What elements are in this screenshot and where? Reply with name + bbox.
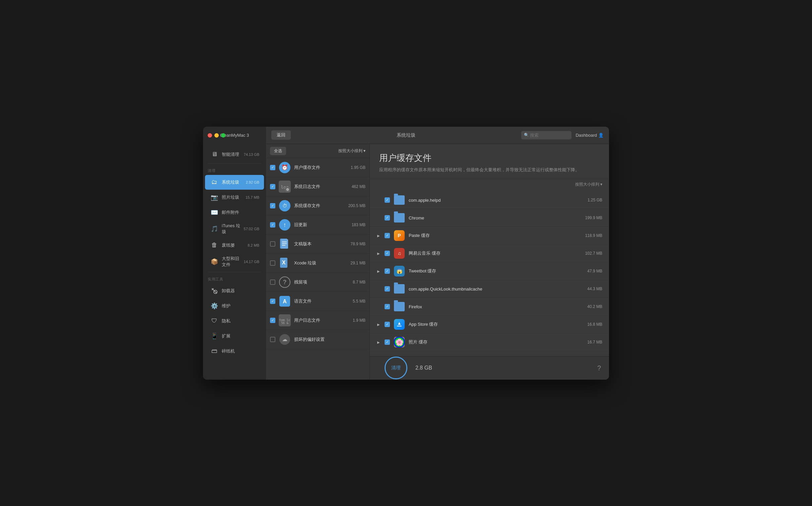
back-button[interactable]: 返回 (271, 130, 291, 140)
sidebar-label: 系统垃圾 (222, 179, 245, 185)
detail-item-helpd[interactable]: ▶ com.apple.helpd 1.25 GB (370, 191, 609, 209)
checkbox-netease[interactable] (385, 251, 390, 256)
checkbox-old-updates[interactable] (270, 222, 275, 228)
sidebar-label: 智能清理 (222, 151, 243, 157)
checkbox-system-log[interactable] (270, 184, 275, 189)
file-icon-old-updates: ↑ (279, 219, 291, 231)
file-icon-system-log: log ⚙ (279, 181, 291, 193)
sidebar-item-extensions[interactable]: 📱 扩展 (205, 329, 264, 343)
checkbox-user-log[interactable] (270, 318, 275, 323)
detail-item-paste[interactable]: ▶ P Paste 缓存 118.9 MB (370, 227, 609, 245)
file-item-doc-versions[interactable]: 文稿版本 78.9 MB (266, 235, 369, 254)
file-icon-lang: A (279, 295, 291, 307)
checkbox-lang[interactable] (270, 299, 275, 304)
checkbox-quicklook[interactable] (385, 286, 390, 292)
close-button[interactable] (208, 133, 212, 137)
clean-button[interactable]: 清理 (385, 357, 407, 379)
detail-item-netease[interactable]: ▶ ♫ 网易云音乐 缓存 102.7 MB (370, 245, 609, 262)
file-item-user-cache[interactable]: ⏰ 用户缓存文件 1.95 GB (266, 158, 369, 177)
dashboard-button[interactable]: Dashboard 👤 (576, 133, 604, 138)
file-item-old-updates[interactable]: ↑ 旧更新 183 MB (266, 215, 369, 235)
checkbox-chrome[interactable] (385, 215, 390, 220)
file-item-lang[interactable]: A 语言文件 5.5 MB (266, 292, 369, 311)
detail-item-tweetbot[interactable]: ▶ 😱 Tweetbot 缓存 47.9 MB (370, 262, 609, 280)
sidebar-item-large-files[interactable]: 📦 大型和旧文件 14.17 GB (205, 253, 264, 270)
item-name-appstore: App Store 缓存 (409, 321, 583, 327)
folder-icon-quicklook (394, 283, 405, 294)
checkbox-photos[interactable] (385, 339, 390, 345)
sidebar-item-uninstaller[interactable]: 卸载器 (205, 283, 264, 298)
sidebar-nav: 🖥 智能清理 74.13 GB 清理 🗂 系统垃圾 2.92 GB 📷 照片垃圾… (203, 144, 266, 380)
checkbox-doc-versions[interactable] (270, 241, 275, 247)
file-item-more[interactable]: ☁ 损坏的偏好设置 (266, 330, 369, 349)
checkbox-more[interactable] (270, 337, 275, 342)
file-list-panel: 全选 按照大小排列 ▾ ⏰ 用户缓存文件 1. (266, 144, 370, 380)
file-name-user-cache: 用户缓存文件 (294, 165, 347, 171)
sidebar-item-shredder[interactable]: 🗃 碎纸机 (205, 344, 264, 359)
sidebar-item-photo-junk[interactable]: 📷 照片垃圾 15.7 MB (205, 190, 264, 205)
checkbox-leftovers[interactable] (270, 279, 275, 285)
sidebar-item-trash[interactable]: 🗑 废纸篓 8.2 MB (205, 238, 264, 253)
svg-text:?: ? (283, 279, 287, 286)
sidebar-item-privacy[interactable]: 🛡 隐私 (205, 314, 264, 328)
bottom-bar: 清理 2.8 GB ? (370, 356, 609, 380)
monitor-icon: 🖥 (210, 150, 219, 159)
search-input[interactable] (521, 131, 571, 139)
sort-dropdown[interactable]: 按照大小排列 ▾ (338, 148, 365, 154)
sidebar-item-smart-clean[interactable]: 🖥 智能清理 74.13 GB (205, 147, 264, 162)
title-bar: CleanMyMac 3 (203, 127, 266, 144)
checkbox-user-cache[interactable] (270, 165, 275, 170)
file-item-system-log[interactable]: log ⚙ 系统日志文件 462 MB (266, 177, 369, 196)
sidebar-item-mail[interactable]: ✉️ 邮件附件 (205, 205, 264, 220)
detail-item-chrome[interactable]: ▶ Chrome 199.9 MB (370, 209, 609, 227)
expand-icon-appstore[interactable]: ▶ (377, 322, 381, 326)
detail-sort-bar[interactable]: 按照大小排列 ▾ (370, 179, 609, 189)
file-list-toolbar: 全选 按照大小排列 ▾ (266, 144, 369, 158)
checkbox-system-cache[interactable] (270, 203, 275, 208)
expand-icon-paste[interactable]: ▶ (377, 234, 381, 238)
help-button[interactable]: ? (597, 364, 601, 372)
detail-sort-label: 按照大小排列 ▾ (575, 182, 602, 187)
item-name-helpd: com.apple.helpd (409, 198, 584, 203)
sidebar-size: 15.7 MB (246, 195, 259, 199)
detail-item-quicklook[interactable]: ▶ com.apple.QuickLook.thumbnailcache 44.… (370, 280, 609, 298)
detail-title: 用户缓存文件 (379, 152, 600, 164)
sidebar-item-system-junk[interactable]: 🗂 系统垃圾 2.92 GB (205, 175, 264, 190)
svg-rect-12 (281, 239, 288, 249)
expand-icon-netease[interactable]: ▶ (377, 251, 381, 255)
sidebar-size: 57.02 GB (244, 227, 259, 231)
sidebar-size: 8.2 MB (248, 243, 259, 247)
checkbox-helpd[interactable] (385, 197, 390, 203)
file-item-xcode[interactable]: X Xcode 垃圾 29.1 MB (266, 254, 369, 273)
maximize-button[interactable] (221, 133, 225, 137)
file-name-old-updates: 旧更新 (294, 222, 348, 228)
sidebar-item-itunes[interactable]: 🎵 iTunes 垃圾 57.02 GB (205, 220, 264, 238)
expand-icon-photos[interactable]: ▶ (377, 340, 381, 344)
app-icon-photos: 🌸 (394, 337, 405, 347)
minimize-button[interactable] (214, 133, 219, 137)
file-item-leftovers[interactable]: ? 残留项 8.7 MB (266, 273, 369, 292)
detail-item-appstore[interactable]: ▶ App Store 缓存 16.8 MB (370, 316, 609, 333)
checkbox-firefox[interactable] (385, 304, 390, 309)
sidebar-item-maintenance[interactable]: ⚙️ 维护 (205, 299, 264, 313)
file-item-user-log[interactable]: tem lc 56 & 用户日志文件 1.9 MB (266, 311, 369, 330)
select-all-button[interactable]: 全选 (270, 147, 286, 155)
checkbox-xcode[interactable] (270, 260, 275, 266)
app-icon-appstore (394, 319, 405, 330)
expand-icon-tweetbot[interactable]: ▶ (377, 269, 381, 273)
checkbox-tweetbot[interactable] (385, 268, 390, 274)
expand-icon-firefox: ▶ (377, 305, 381, 309)
archive-icon: 📦 (210, 257, 219, 266)
file-item-system-cache[interactable]: ⏱ 系统缓存文件 200.5 MB (266, 196, 369, 215)
detail-item-photos[interactable]: ▶ 🌸 照片 缓存 16.7 MB (370, 333, 609, 351)
checkbox-appstore[interactable] (385, 322, 390, 327)
detail-item-firefox[interactable]: ▶ Firefox 40.2 MB (370, 298, 609, 316)
item-name-photos: 照片 缓存 (409, 339, 583, 345)
file-size-system-log: 462 MB (352, 184, 365, 189)
app-icon-netease: ♫ (394, 248, 405, 259)
file-size-xcode: 29.1 MB (350, 261, 365, 265)
camera-icon: 📷 (210, 193, 219, 202)
checkbox-paste[interactable] (385, 233, 390, 238)
svg-text:56 &: 56 & (281, 321, 288, 325)
file-name-lang: 语言文件 (294, 298, 349, 304)
